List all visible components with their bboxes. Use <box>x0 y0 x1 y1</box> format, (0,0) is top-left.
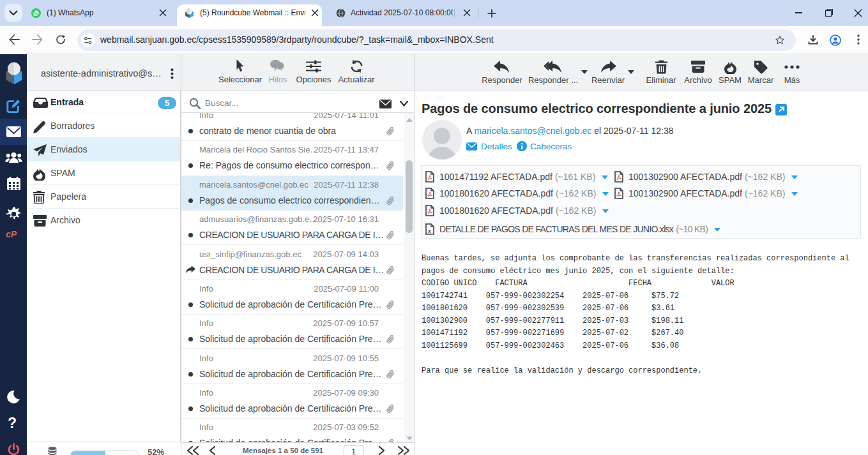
svg-text:x: x <box>428 228 431 234</box>
